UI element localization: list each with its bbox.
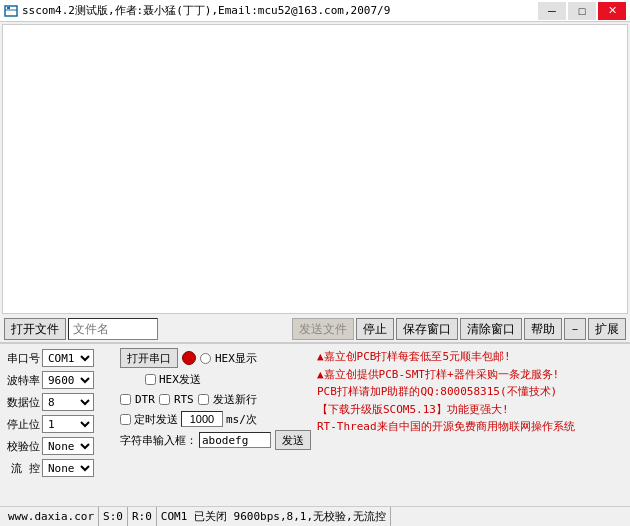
baudrate-row: 波特率 9600 (4, 370, 114, 390)
send-input-field[interactable] (199, 432, 271, 448)
title-bar: sscom4.2测试版,作者:聂小猛(丁丁),Email:mcu52@163.c… (0, 0, 630, 22)
status-r: R:0 (128, 507, 157, 526)
timed-send-checkbox[interactable] (120, 414, 131, 425)
control-panel: 串口号 COM1 波特率 9600 数据位 8 停止位 1 校验位 (0, 343, 630, 482)
timer-row: 定时发送 ms/次 (120, 410, 311, 428)
parity-label: 校验位 (4, 439, 40, 454)
hex-send-label: HEX发送 (159, 372, 201, 387)
stop-button[interactable]: 停止 (356, 318, 394, 340)
svg-rect-2 (7, 7, 10, 9)
title-bar-controls: ─ □ ✕ (538, 2, 626, 20)
led-indicator (182, 351, 196, 365)
app-icon (4, 4, 18, 18)
info-line-3: PCB打样请加P助群的QQ:800058315(不懂技术) (317, 383, 626, 401)
title-bar-left: sscom4.2测试版,作者:聂小猛(丁丁),Email:mcu52@163.c… (4, 3, 390, 18)
open-port-button[interactable]: 打开串口 (120, 348, 178, 368)
info-line-2-text: ▲嘉立创提供PCB-SMT打样+器件采购一条龙服务! (317, 368, 559, 381)
flowcontrol-row: 流 控 None (4, 458, 114, 478)
filename-field[interactable] (68, 318, 158, 340)
info-line-5: RT-Thread来自中国的开源免费商用物联网操作系统 (317, 418, 626, 436)
rts-label: RTS (174, 393, 194, 406)
info-line-4-text: 【下载升级版SCOM5.13】功能更强大! (317, 403, 509, 416)
databits-label: 数据位 (4, 395, 40, 410)
port-row: 串口号 COM1 (4, 348, 114, 368)
baudrate-label: 波特率 (4, 373, 40, 388)
port-select[interactable]: COM1 (42, 349, 94, 367)
help-button[interactable]: 帮助 (524, 318, 562, 340)
send-file-button[interactable]: 发送文件 (292, 318, 354, 340)
maximize-button[interactable]: □ (568, 2, 596, 20)
dtr-rts-row: DTR RTS 发送新行 (120, 390, 311, 408)
status-bar: www.daxia.cor S:0 R:0 COM1 已关闭 9600bps,8… (0, 506, 630, 526)
info-line-3-text: PCB打样请加P助群的QQ:800058315(不懂技术) (317, 385, 557, 398)
parity-select[interactable]: None (42, 437, 94, 455)
info-col: ▲嘉立创PCB打样每套低至5元顺丰包邮! ▲嘉立创提供PCB-SMT打样+器件采… (317, 348, 626, 478)
databits-row: 数据位 8 (4, 392, 114, 412)
hex-display-label: HEX显示 (215, 351, 257, 366)
clear-window-button[interactable]: 清除窗口 (460, 318, 522, 340)
stopbits-label: 停止位 (4, 417, 40, 432)
close-button[interactable]: ✕ (598, 2, 626, 20)
dtr-label: DTR (135, 393, 155, 406)
minimize-button[interactable]: ─ (538, 2, 566, 20)
parity-row: 校验位 None (4, 436, 114, 456)
serial-settings: 串口号 COM1 波特率 9600 数据位 8 停止位 1 校验位 (4, 348, 114, 478)
title-text: sscom4.2测试版,作者:聂小猛(丁丁),Email:mcu52@163.c… (22, 3, 390, 18)
baudrate-select[interactable]: 9600 (42, 371, 94, 389)
status-s: S:0 (99, 507, 128, 526)
send-button[interactable]: 发送 (275, 430, 311, 450)
status-website: www.daxia.cor (4, 507, 99, 526)
status-com: COM1 已关闭 9600bps,8,1,无校验,无流控 (157, 507, 391, 526)
open-port-row: 打开串口 HEX显示 (120, 348, 311, 368)
info-line-2: ▲嘉立创提供PCB-SMT打样+器件采购一条龙服务! (317, 366, 626, 384)
dtr-checkbox[interactable] (120, 394, 131, 405)
middle-col: 打开串口 HEX显示 HEX发送 DTR RTS 发送新行 定时发送 ms/次 … (120, 348, 311, 478)
save-window-button[interactable]: 保存窗口 (396, 318, 458, 340)
info-line-4: 【下载升级版SCOM5.13】功能更强大! (317, 401, 626, 419)
expand-button[interactable]: 扩展 (588, 318, 626, 340)
rts-checkbox[interactable] (159, 394, 170, 405)
toolbar: 打开文件 发送文件 停止 保存窗口 清除窗口 帮助 － 扩展 (0, 316, 630, 343)
stopbits-row: 停止位 1 (4, 414, 114, 434)
databits-select[interactable]: 8 (42, 393, 94, 411)
info-line-1: ▲嘉立创PCB打样每套低至5元顺丰包邮! (317, 348, 626, 366)
main-output-area (2, 24, 628, 314)
hex-display-radio[interactable] (200, 353, 211, 364)
svg-rect-0 (5, 6, 17, 16)
input-field-label: 字符串输入框： (120, 433, 197, 448)
minus-button[interactable]: － (564, 318, 586, 340)
port-label: 串口号 (4, 351, 40, 366)
flowcontrol-label: 流 控 (4, 461, 40, 476)
timed-send-label: 定时发送 (134, 412, 178, 427)
send-newline-checkbox[interactable] (198, 394, 209, 405)
flowcontrol-select[interactable]: None (42, 459, 94, 477)
hex-send-checkbox[interactable] (145, 374, 156, 385)
hex-send-row: HEX发送 (120, 370, 311, 388)
send-newline-label: 发送新行 (213, 392, 257, 407)
info-line-1-text: ▲嘉立创PCB打样每套低至5元顺丰包邮! (317, 350, 511, 363)
send-input-row: 字符串输入框： 发送 (120, 430, 311, 450)
info-line-5-text: RT-Thread来自中国的开源免费商用物联网操作系统 (317, 420, 575, 433)
open-file-button[interactable]: 打开文件 (4, 318, 66, 340)
stopbits-select[interactable]: 1 (42, 415, 94, 433)
timed-send-input[interactable] (181, 411, 223, 427)
timed-send-unit: ms/次 (226, 412, 257, 427)
